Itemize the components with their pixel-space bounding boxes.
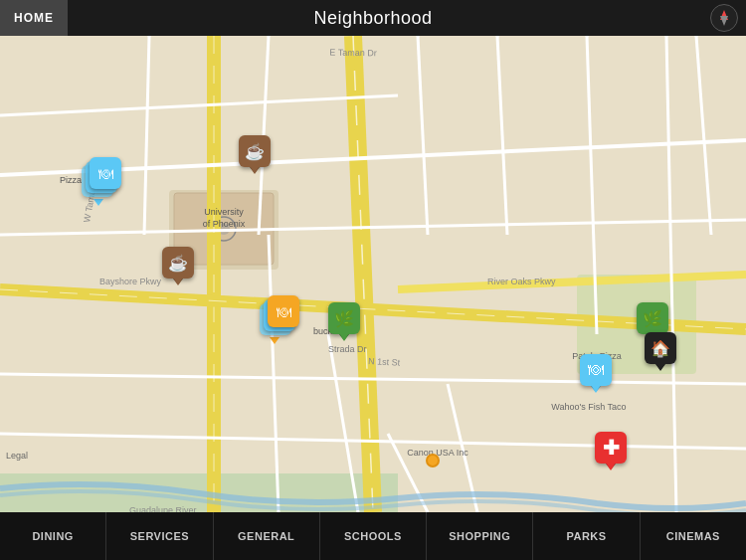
dining-marker-2[interactable]: 🍽 🍽 🍽 <box>262 295 280 344</box>
page-title: Neighborhood <box>313 8 432 29</box>
nav-services[interactable]: SERVICES <box>106 512 213 560</box>
svg-text:Wahoo's Fish Taco: Wahoo's Fish Taco <box>551 402 626 412</box>
legal-text: Legal <box>6 451 28 461</box>
svg-text:Pizza: Pizza <box>60 175 82 185</box>
nav-dining[interactable]: DINING <box>0 512 106 560</box>
compass-south <box>720 16 728 26</box>
svg-text:Guadalupe River: Guadalupe River <box>129 505 197 512</box>
nav-shopping[interactable]: SHOPPING <box>427 512 533 560</box>
coffee-marker-1[interactable]: ☕ <box>239 135 271 174</box>
nav-schools[interactable]: SCHOOLS <box>320 512 427 560</box>
app-container: HOME Neighborhood <box>0 0 746 560</box>
map-container[interactable]: E Taman Dr W Taman Dr N 1st St Bayshore … <box>0 36 746 512</box>
nav-cinemas[interactable]: CINEMAS <box>641 512 746 560</box>
nav-general[interactable]: GENERAL <box>214 512 320 560</box>
dining-marker-1[interactable]: 🍽 🍽 🍽 <box>82 157 103 206</box>
green-marker-1[interactable]: 🌿 <box>328 302 360 341</box>
house-marker[interactable]: 🏠 <box>645 332 676 371</box>
map-svg: E Taman Dr W Taman Dr N 1st St Bayshore … <box>0 36 746 512</box>
svg-text:E Taman Dr: E Taman Dr <box>329 48 377 59</box>
nav-parks[interactable]: PARKS <box>533 512 640 560</box>
svg-text:Strada Dr: Strada Dr <box>328 344 367 354</box>
svg-text:River Oaks Pkwy: River Oaks Pkwy <box>487 277 556 286</box>
compass-icon <box>716 10 732 26</box>
dining-marker-3[interactable]: 🍽 <box>580 354 612 393</box>
svg-text:Bayshore Pkwy: Bayshore Pkwy <box>99 277 162 286</box>
compass <box>710 4 738 32</box>
home-button[interactable]: HOME <box>0 0 68 36</box>
coffee-marker-2[interactable]: ☕ <box>162 247 194 285</box>
svg-text:University: University <box>204 207 244 217</box>
svg-text:N 1st St: N 1st St <box>368 356 401 368</box>
bottom-nav: DINING SERVICES GENERAL SCHOOLS SHOPPING… <box>0 512 746 560</box>
medical-marker[interactable]: ✚ <box>595 432 627 470</box>
header: HOME Neighborhood <box>0 0 746 36</box>
svg-text:of Phoenix: of Phoenix <box>203 219 246 229</box>
canon-marker <box>426 454 440 467</box>
